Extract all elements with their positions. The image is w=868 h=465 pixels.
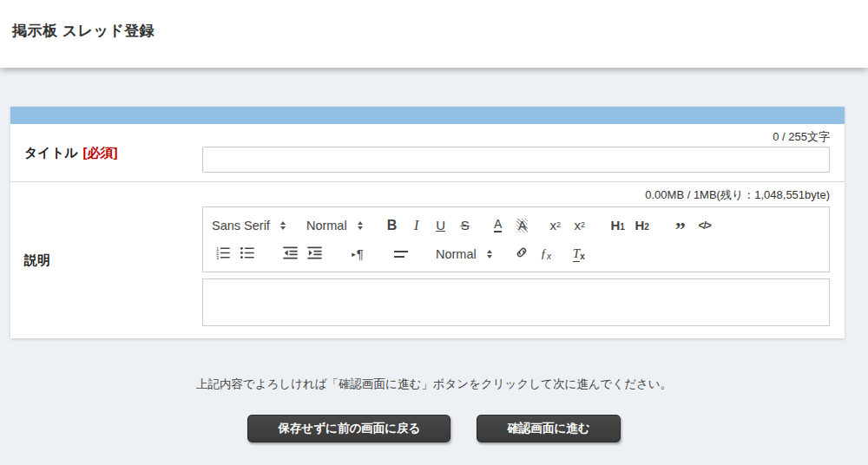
title-label-cell: タイトル [必須] — [10, 124, 202, 181]
required-badge: [必須] — [82, 145, 117, 161]
page-header: 掲示板 スレッド登録 — [0, 0, 868, 68]
outdent-button[interactable] — [279, 244, 300, 265]
title-label: タイトル — [24, 145, 77, 161]
picker-arrows-icon — [487, 250, 492, 259]
clean-format-icon: T — [573, 246, 580, 262]
editor-textarea[interactable] — [202, 278, 830, 326]
superscript-button[interactable]: x2 — [569, 215, 590, 236]
title-content-cell: 0 / 255文字 — [202, 124, 845, 181]
rich-text-editor: Sans Serif Normal B I U S A — [202, 206, 830, 326]
size-picker-label: Normal — [436, 247, 477, 261]
picker-arrows-icon — [280, 221, 286, 230]
direction-icon: ▸ — [352, 250, 356, 259]
background-color-button[interactable]: A — [512, 215, 533, 236]
text-color-button[interactable]: A — [488, 215, 509, 236]
align-icon — [394, 251, 408, 258]
align-button[interactable] — [391, 244, 411, 265]
header-picker[interactable]: Normal — [306, 219, 363, 232]
toolbar-row-1: Sans Serif Normal B I U S A — [212, 213, 820, 237]
underline-button[interactable]: U — [431, 215, 451, 236]
page-title: 掲示板 スレッド登録 — [0, 0, 868, 41]
bullet-list-button[interactable] — [236, 244, 257, 265]
superscript-icon: x — [574, 218, 581, 232]
picker-arrows-icon — [358, 221, 363, 230]
link-button[interactable] — [511, 244, 532, 265]
header-picker-label: Normal — [306, 219, 347, 232]
svg-text:3: 3 — [215, 255, 218, 260]
title-input[interactable] — [202, 147, 830, 173]
page: { "header": { "title": "掲示板 スレッド登録" }, "… — [0, 0, 868, 465]
subscript-button[interactable]: x2 — [545, 215, 566, 236]
bold-button[interactable]: B — [382, 215, 403, 236]
panel-accent-bar — [10, 107, 845, 124]
title-char-counter: 0 / 255文字 — [202, 124, 830, 145]
formula-button[interactable]: ƒx — [536, 244, 556, 265]
blockquote-icon: ” — [675, 217, 686, 234]
toolbar-row-2: 123 — [212, 242, 820, 265]
heading1-icon: H — [610, 218, 620, 232]
back-button[interactable]: 保存せずに前の画面に戻る — [247, 415, 450, 442]
indent-icon — [307, 246, 322, 263]
strikethrough-button[interactable]: S — [455, 215, 476, 236]
description-label: 説明 — [24, 252, 50, 269]
title-row: タイトル [必須] 0 / 255文字 — [10, 124, 845, 182]
blockquote-button[interactable]: ” — [670, 215, 691, 236]
code-block-button[interactable]: </> — [694, 215, 715, 236]
description-content-cell: 0.00MB / 1MB(残り：1,048,551byte) Sans Seri… — [202, 182, 845, 338]
font-picker-label: Sans Serif — [212, 219, 270, 232]
indent-button[interactable] — [304, 244, 325, 265]
ordered-list-icon: 123 — [215, 246, 230, 263]
heading2-button[interactable]: H2 — [632, 215, 653, 236]
font-picker[interactable]: Sans Serif — [212, 219, 286, 232]
size-picker[interactable]: Normal — [436, 247, 492, 261]
italic-button[interactable]: I — [406, 215, 427, 236]
editor-toolbar: Sans Serif Normal B I U S A — [202, 206, 830, 272]
instruction-text: 上記内容でよろしければ「確認画面に進む」ボタンをクリックして次に進んでください。 — [0, 377, 868, 392]
subscript-icon: x — [549, 218, 556, 232]
proceed-button[interactable]: 確認画面に進む — [477, 415, 620, 442]
action-button-row: 保存せずに前の画面に戻る 確認画面に進む — [0, 415, 868, 442]
description-label-cell: 説明 — [10, 182, 202, 338]
heading2-icon: H — [635, 218, 644, 232]
heading1-button[interactable]: H1 — [608, 215, 628, 236]
link-icon — [515, 246, 529, 262]
description-row: 説明 0.00MB / 1MB(残り：1,048,551byte) Sans S… — [10, 182, 845, 338]
form-panel: タイトル [必須] 0 / 255文字 説明 0.00MB / 1MB(残り：1… — [10, 107, 845, 338]
formula-icon: ƒ — [540, 246, 547, 261]
clean-format-button[interactable]: Tx — [569, 244, 589, 265]
background-color-icon: A — [516, 219, 528, 232]
outdent-icon — [283, 246, 298, 263]
text-color-icon: A — [494, 218, 502, 232]
bullet-list-icon — [240, 246, 254, 263]
text-direction-button[interactable]: ▸¶ — [347, 244, 368, 265]
size-counter: 0.00MB / 1MB(残り：1,048,551byte) — [202, 182, 830, 203]
ordered-list-button[interactable]: 123 — [212, 244, 233, 265]
